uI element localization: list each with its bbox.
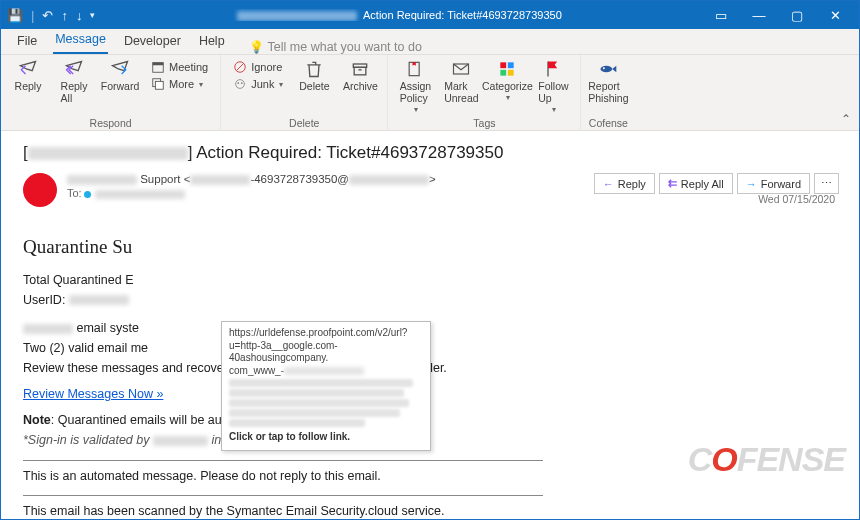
svg-rect-10 [355,67,367,75]
ribbon-group-delete: Ignore Junk▾ Delete Archive Delete [221,55,388,130]
reply-button[interactable]: Reply [5,57,51,94]
quick-access-toolbar: 💾 | ↷ ↑ ↓ ▾ [7,8,95,23]
tab-message[interactable]: Message [53,28,108,54]
divider [23,460,543,461]
scan-notice-1: This email has been scanned by the Syman… [23,502,839,519]
meeting-button[interactable]: Meeting [147,59,212,75]
follow-up-button[interactable]: Follow Up▾ [530,57,576,116]
message-subject: [] Action Required: Ticket#4693728739350 [23,143,839,163]
ignore-button[interactable]: Ignore [229,59,287,75]
svg-rect-17 [508,70,514,76]
save-icon[interactable]: 💾 [7,8,23,23]
title-redacted [237,11,357,21]
delete-button[interactable]: Delete [291,57,337,94]
mark-unread-button[interactable]: Mark Unread [438,57,484,106]
note-line: Note: Quarantined emails will be automat… [23,411,839,429]
presence-dot-icon [84,191,91,198]
header-action-buttons: ←Reply ⇇Reply All →Forward ⋯ [594,173,839,194]
header-reply-button[interactable]: ←Reply [594,173,655,194]
close-button[interactable]: ✕ [817,8,853,23]
header-reply-all-button[interactable]: ⇇Reply All [659,173,733,194]
cofense-watermark: COFENSE [688,440,845,479]
forward-button[interactable]: Forward [97,57,143,94]
svg-rect-15 [508,62,514,68]
svg-point-19 [603,67,605,69]
tab-help[interactable]: Help [197,30,227,54]
quarantine-heading: Quarantine Su [23,233,839,261]
categorize-button[interactable]: Categorize▾ [484,57,530,104]
svg-rect-16 [501,70,507,76]
body-line-1: email syste folder. [23,319,839,337]
svg-point-6 [236,80,245,89]
junk-button[interactable]: Junk▾ [229,76,287,92]
message-received-date: Wed 07/15/2020 [758,193,835,205]
up-arrow-icon[interactable]: ↑ [61,8,68,23]
from-block: Support <-4693728739350@> To: [67,173,594,199]
tooltip-follow-link: Click or tap to follow link. [229,431,423,444]
ribbon-group-cofense: Report Phishing Cofense [581,55,635,130]
ribbon: Reply Reply All Forward Meeting [1,55,859,131]
link-hover-tooltip: https://urldefense.proofpoint.com/v2/url… [221,321,431,451]
qat-sep: | [31,8,34,23]
report-phishing-button[interactable]: Report Phishing [585,57,631,106]
svg-point-7 [238,82,240,84]
minimize-button[interactable]: — [741,8,777,23]
header-forward-button[interactable]: →Forward [737,173,810,194]
tooltip-url-line2: u=http-3a__google.com-40ashousingcompany… [229,340,423,365]
message-body: [] Action Required: Ticket#4693728739350… [1,131,859,519]
message-header: Support <-4693728739350@> To: ←Reply ⇇Re… [23,173,839,207]
reply-all-button[interactable]: Reply All [51,57,97,106]
svg-line-5 [237,64,244,71]
tell-me-search[interactable]: 💡 Tell me what you want to do [249,40,422,54]
outlook-window: 💾 | ↷ ↑ ↓ ▾ Action Required: Ticket#4693… [0,0,860,520]
header-more-button[interactable]: ⋯ [814,173,839,194]
total-quarantined-line: Total Quarantined E [23,271,839,289]
to-line: To: [67,187,594,199]
sender-avatar-icon [23,173,57,207]
window-title: Action Required: Ticket#4693728739350 [95,9,703,21]
ribbon-mode-icon[interactable]: ▭ [703,8,739,23]
collapse-ribbon-icon[interactable]: ⌃ [841,112,851,126]
qat-dropdown-icon[interactable]: ▾ [90,10,95,20]
down-arrow-icon[interactable]: ↓ [76,8,83,23]
review-messages-link[interactable]: Review Messages Now » [23,385,163,403]
delete-stack: Ignore Junk▾ [225,57,291,94]
body-line-2: Two (2) valid email meletion. [23,339,839,357]
respond-stack: Meeting More▾ [143,57,216,94]
window-controls: ▭ — ▢ ✕ [703,8,853,23]
svg-rect-14 [501,62,507,68]
maximize-button[interactable]: ▢ [779,8,815,23]
body-line-3: Review these messages and recover your l… [23,359,839,377]
archive-button[interactable]: Archive [337,57,383,94]
from-line: Support <-4693728739350@> [67,173,594,185]
tooltip-url-line3: com_www_- [229,365,423,378]
ribbon-group-respond: Reply Reply All Forward Meeting [1,55,221,130]
tab-file[interactable]: File [15,30,39,54]
svg-rect-1 [153,63,164,66]
lightbulb-icon: 💡 [249,40,264,54]
tooltip-url-line1: https://urldefense.proofpoint.com/v2/url… [229,327,423,340]
tab-developer[interactable]: Developer [122,30,183,54]
divider-2 [23,495,543,496]
ribbon-group-tags: Assign Policy▾ Mark Unread Categorize▾ F… [388,55,581,130]
more-respond-button[interactable]: More▾ [147,76,212,92]
ribbon-tabs: File Message Developer Help 💡 Tell me wh… [1,29,859,55]
userid-line: UserID: [23,291,839,309]
undo-icon[interactable]: ↷ [42,8,53,23]
svg-point-8 [241,82,243,84]
assign-policy-button[interactable]: Assign Policy▾ [392,57,438,116]
svg-rect-3 [155,81,163,89]
titlebar: 💾 | ↷ ↑ ↓ ▾ Action Required: Ticket#4693… [1,1,859,29]
svg-point-18 [601,66,613,73]
subject-redacted [28,147,188,160]
